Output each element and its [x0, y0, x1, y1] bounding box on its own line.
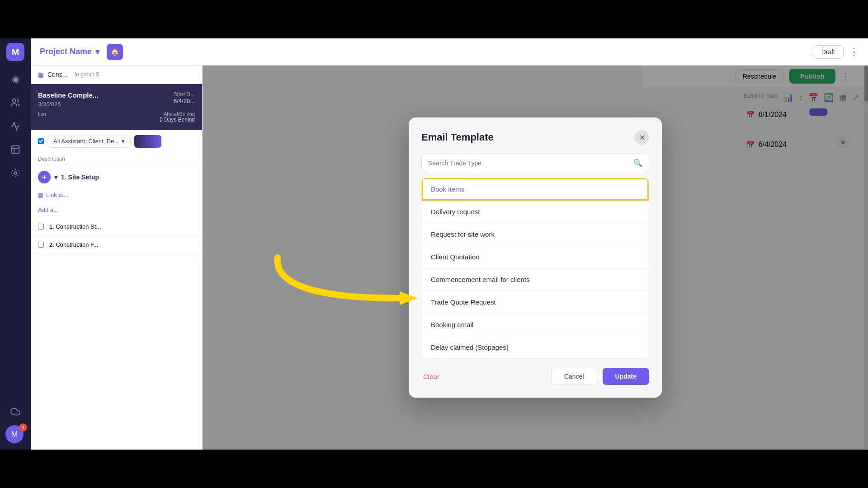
template-item-book-items[interactable]: Book items	[422, 178, 649, 201]
filter-label: All Assistant, Client, De...	[53, 138, 119, 145]
cons-header-text: Cons...	[47, 71, 67, 78]
site-setup-section: + ▾ 1. Site Setup	[31, 166, 202, 188]
sidebar-item-tasks[interactable]	[5, 140, 25, 160]
baseline-card: Baseline Comple... 3/3/2025 Start D... 6…	[31, 84, 202, 130]
footer-buttons: Cancel Update	[551, 368, 649, 385]
sidebar-item-chart[interactable]	[5, 116, 25, 136]
task-1-checkbox[interactable]	[38, 224, 44, 230]
template-item-delivery-request[interactable]: Delivery request	[422, 201, 649, 223]
template-item-commencement[interactable]: Commencement email for clients	[422, 268, 649, 291]
select-all-checkbox[interactable]	[38, 138, 44, 144]
filter-selector[interactable]: All Assistant, Client, De... ▾	[47, 135, 131, 148]
template-item-delay-claimed[interactable]: Delay claimed (Stopages)	[422, 336, 649, 358]
template-item-site-work[interactable]: Request for site work	[422, 223, 649, 246]
sidebar: M ◉ M 4	[0, 38, 31, 450]
search-input[interactable]	[428, 160, 630, 167]
app-logo: M	[6, 43, 24, 61]
link-to-label: Link to...	[46, 192, 68, 198]
add-task-row: Add a...	[31, 202, 202, 218]
site-setup-label: 1. Site Setup	[61, 174, 99, 181]
header: Project Name ▾ 🏠 Draft ⋮	[31, 38, 868, 66]
template-item-booking-email[interactable]: Booking email	[422, 314, 649, 336]
baseline-date: 3/3/2025	[38, 101, 98, 108]
task-2-checkbox[interactable]	[38, 242, 44, 248]
sidebar-item-users[interactable]	[5, 93, 25, 113]
filter-row: All Assistant, Client, De... ▾	[31, 130, 202, 152]
cancel-button[interactable]: Cancel	[551, 368, 597, 385]
project-name-selector[interactable]: Project Name ▾	[40, 47, 99, 57]
svg-point-4	[14, 172, 17, 174]
update-button[interactable]: Update	[603, 368, 649, 385]
user-avatar-container[interactable]: M 4	[5, 425, 25, 445]
search-box: 🔍	[421, 154, 649, 172]
header-more-icon[interactable]: ⋮	[849, 46, 859, 58]
add-task-button[interactable]: +	[38, 171, 51, 183]
email-template-modal: Email Template ✕ 🔍 Book items Delivery r…	[409, 117, 662, 398]
notification-badge: 4	[19, 423, 27, 432]
template-item-client-quotation[interactable]: Client Quotation	[422, 246, 649, 268]
color-picker[interactable]	[134, 135, 161, 148]
template-list: Book items Delivery request Request for …	[421, 178, 649, 359]
modal-header: Email Template ✕	[421, 130, 649, 145]
modal-close-button[interactable]: ✕	[635, 130, 649, 145]
sidebar-item-cloud[interactable]	[5, 402, 25, 422]
baseline-title: Baseline Comple...	[38, 91, 98, 99]
construction-panel-header: ▦ Cons... in group S	[31, 66, 202, 84]
draft-button[interactable]: Draft	[813, 45, 844, 59]
table-header: Description	[31, 152, 202, 166]
search-icon: 🔍	[633, 159, 642, 167]
modal-title: Email Template	[421, 131, 494, 143]
home-icon[interactable]: 🏠	[107, 44, 123, 60]
task-row-2: 2. Construction F...	[31, 236, 202, 254]
right-panel: Reschedule Publish ⋮ 📊 ↕ 📅 🔄 ▦ ⤢ Baselin…	[203, 66, 868, 450]
task-1-label: 1. Construction St...	[49, 223, 101, 230]
description-col-header: Description	[38, 156, 65, 162]
project-chevron-icon: ▾	[95, 47, 99, 57]
sidebar-item-settings[interactable]	[5, 163, 25, 183]
template-item-trade-quote[interactable]: Trade Quote Request	[422, 291, 649, 314]
left-panel: ▦ Cons... in group S Baseline Comple... …	[31, 66, 203, 450]
task-row-1: 1. Construction St...	[31, 218, 202, 236]
link-to-row[interactable]: ▦ Link to...	[31, 188, 202, 202]
sidebar-item-dashboard[interactable]: ◉	[5, 69, 25, 89]
project-name-label: Project Name	[40, 47, 92, 56]
modal-footer: Clear Cancel Update	[421, 368, 649, 385]
clear-button[interactable]: Clear	[421, 369, 441, 384]
filter-chevron-icon: ▾	[122, 138, 125, 145]
start-d-label: Start D...	[174, 91, 195, 98]
svg-point-0	[13, 99, 16, 102]
cons-subtext: in group S	[75, 71, 99, 78]
task-2-label: 2. Construction F...	[49, 241, 98, 248]
add-task-btn[interactable]: Add a...	[38, 206, 58, 213]
svg-rect-1	[12, 146, 19, 154]
